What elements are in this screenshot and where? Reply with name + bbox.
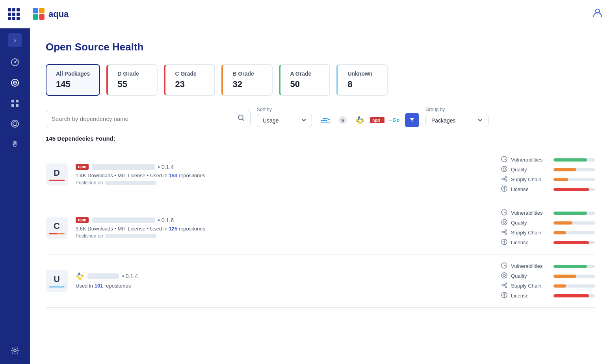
grade-u-bar: [49, 286, 65, 288]
grade-card-b[interactable]: B Grade 32: [221, 64, 273, 96]
sidebar-item-grid[interactable]: [6, 95, 24, 112]
grade-card-unknown[interactable]: Unknown 8: [336, 64, 388, 96]
dep-name-placeholder-3: [87, 273, 119, 279]
vulnerabilities-icon-2: [501, 209, 508, 217]
grade-cards: All Packages 145 D Grade 55 C Grade 23 B…: [46, 64, 595, 96]
dep-npm-badge-2: npm: [76, 217, 89, 223]
svg-rect-1: [39, 8, 45, 13]
dep-meta: 1.4K Downloads • MIT License • Used in 1…: [76, 173, 493, 178]
group-group: Group by Packages: [425, 107, 488, 127]
dep-meta-2: 3.6K Downloads • MIT License • Used in 1…: [76, 226, 493, 232]
dep-grade-badge-u: U: [46, 270, 68, 292]
svg-rect-10: [11, 100, 14, 102]
svg-text:v: v: [341, 117, 344, 123]
dep-version-3: • 0.1.4: [122, 273, 138, 279]
sidebar-item-settings[interactable]: [6, 342, 24, 359]
docker-filter-icon[interactable]: [318, 113, 332, 127]
sidebar-item-hand[interactable]: [6, 136, 24, 153]
svg-rect-0: [33, 8, 38, 13]
svg-point-30: [501, 166, 507, 172]
metric-bar-fill: [553, 158, 587, 162]
dep-name-row: npm • 0.1.4: [76, 164, 493, 170]
metric-bar-bg-l: [553, 188, 595, 191]
metric-bar-bg-s: [553, 178, 595, 181]
top-nav: aqua: [0, 0, 611, 28]
app-grid-icon[interactable]: [8, 8, 20, 20]
velvet-filter-icon[interactable]: v: [336, 113, 350, 127]
grade-card-a[interactable]: A Grade 50: [279, 64, 330, 96]
grade-label-a: A Grade: [290, 71, 320, 77]
svg-rect-21: [325, 120, 327, 121]
metric-row-license: License: [501, 186, 595, 193]
license-icon-3: [501, 292, 508, 299]
metric-row-supply: Supply Chain: [501, 176, 595, 183]
sidebar-item-speed[interactable]: [6, 54, 24, 71]
dep-info: npm • 0.1.4 1.4K Downloads • MIT License…: [76, 164, 493, 186]
license-icon-2: [501, 239, 508, 246]
grade-label-b: B Grade: [232, 71, 262, 77]
sidebar-item-target[interactable]: [6, 115, 24, 132]
group-select[interactable]: Packages: [425, 114, 488, 127]
filter-funnel-button[interactable]: [405, 113, 419, 127]
dep-info-2: npm • 0.1.6 3.6K Downloads • MIT License…: [76, 217, 493, 239]
results-count: 145 Dependecies Found:: [46, 135, 595, 142]
svg-point-38: [501, 219, 507, 225]
sidebar-item-dashboard[interactable]: [6, 74, 24, 91]
grade-value-d: 55: [117, 79, 147, 89]
svg-point-48: [502, 284, 503, 286]
table-row[interactable]: C npm • 0.1.6 3.6K Downloads • MIT Licen…: [46, 201, 595, 254]
grade-card-all[interactable]: All Packages 145: [46, 64, 100, 96]
supply-chain-icon-3: [501, 282, 508, 290]
user-profile-icon[interactable]: [592, 7, 603, 21]
top-nav-left: aqua: [8, 7, 69, 21]
dep-npm-badge: npm: [76, 164, 89, 170]
svg-point-18: [238, 115, 243, 120]
svg-rect-11: [16, 100, 19, 102]
grade-card-d[interactable]: D Grade 55: [106, 64, 158, 96]
grade-label-d: D Grade: [117, 71, 147, 77]
dep-name-row-3: • 0.1.4: [76, 272, 493, 280]
table-row[interactable]: U • 0.1.4 U: [46, 254, 595, 308]
dep-name-placeholder-2: [92, 217, 155, 223]
svg-point-40: [502, 231, 503, 233]
dep-version: • 0.1.4: [158, 164, 174, 170]
dep-published: Published on: [76, 180, 493, 186]
supply-chain-icon-2: [501, 229, 508, 236]
grade-card-c[interactable]: C Grade 23: [164, 64, 215, 96]
sort-value: Usage: [263, 117, 279, 124]
dep-name-row-2: npm • 0.1.6: [76, 217, 493, 223]
metric-label-supply: Supply Chain: [511, 176, 550, 182]
sort-group: Sort by Usage: [257, 107, 312, 127]
svg-point-16: [15, 125, 16, 126]
svg-point-6: [14, 61, 16, 63]
sort-chevron-icon: [301, 117, 306, 124]
dep-grade-badge: D: [46, 163, 68, 186]
filter-icons: v npm: [318, 113, 419, 127]
search-input[interactable]: [52, 115, 234, 122]
group-chevron-icon: [478, 117, 483, 124]
search-icon: [238, 114, 245, 123]
npm-filter-icon[interactable]: npm: [370, 113, 384, 127]
grade-value-b: 32: [232, 79, 262, 89]
grade-value-unknown: 8: [347, 79, 377, 89]
sort-select[interactable]: Usage: [257, 114, 312, 127]
sidebar-toggle-button[interactable]: ›: [8, 33, 22, 47]
main-content: Open Source Health All Packages 145 D Gr…: [30, 28, 611, 364]
go-filter-icon[interactable]: →Go: [388, 113, 402, 127]
grade-label-all: All Packages: [56, 71, 90, 77]
dep-metrics: Vulnerabilities Quality: [501, 156, 595, 193]
metric-bar-fill-s: [553, 178, 568, 181]
svg-point-17: [14, 349, 16, 352]
dep-pub-bar: [105, 181, 156, 185]
vulnerabilities-icon-3: [501, 262, 508, 270]
svg-rect-2: [33, 14, 38, 20]
quality-icon-2: [501, 219, 508, 227]
python-filter-icon[interactable]: [353, 113, 367, 127]
svg-text:→Go: →Go: [388, 118, 399, 123]
svg-rect-19: [321, 120, 323, 121]
dependency-list: D npm • 0.1.4 1.4K Downloads • MIT Licen…: [46, 148, 595, 308]
table-row[interactable]: D npm • 0.1.4 1.4K Downloads • MIT Licen…: [46, 148, 595, 201]
svg-point-39: [503, 221, 505, 223]
metric-row-vuln: Vulnerabilities: [501, 156, 595, 163]
grade-value-c: 23: [175, 79, 205, 89]
